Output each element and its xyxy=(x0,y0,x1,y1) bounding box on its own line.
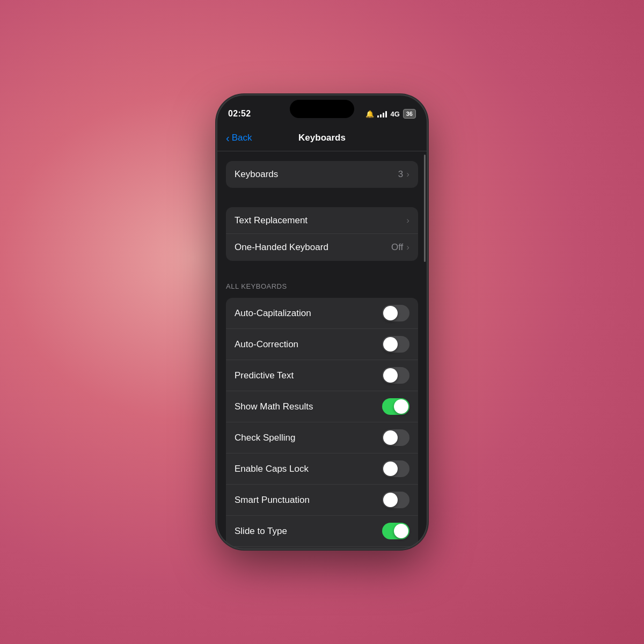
show-math-results-label: Show Math Results xyxy=(235,401,382,412)
page-title: Keyboards xyxy=(298,133,346,143)
check-spelling-label: Check Spelling xyxy=(235,433,382,443)
auto-capitalization-label: Auto-Capitalization xyxy=(235,308,382,319)
enable-caps-lock-label: Enable Caps Lock xyxy=(235,464,382,474)
signal-bar-4 xyxy=(385,111,387,118)
one-handed-value: Off xyxy=(391,242,403,253)
back-label: Back xyxy=(232,133,252,143)
status-right: 🔔 4G 36 xyxy=(365,109,416,119)
predictive-text-toggle[interactable] xyxy=(382,367,409,384)
check-spelling-row[interactable]: Check Spelling xyxy=(226,422,418,453)
all-keyboards-label: All Keyboards xyxy=(217,276,427,294)
predictive-text-knob xyxy=(383,368,398,383)
keyboards-group: Keyboards 3 › xyxy=(226,161,418,188)
slide-to-type-knob xyxy=(394,524,408,538)
slide-to-type-toggle[interactable] xyxy=(382,523,409,539)
smart-punctuation-label: Smart Punctuation xyxy=(235,495,382,506)
content-area[interactable]: Keyboards 3 › Text Replacement › One-Han… xyxy=(217,151,427,548)
auto-capitalization-knob xyxy=(383,306,398,320)
text-group: Text Replacement › One-Handed Keyboard O… xyxy=(226,207,418,261)
nav-bar: ‹ Back Keyboards xyxy=(217,125,427,151)
auto-capitalization-row[interactable]: Auto-Capitalization xyxy=(226,298,418,329)
check-spelling-toggle[interactable] xyxy=(382,429,409,446)
auto-correction-row[interactable]: Auto-Correction xyxy=(226,329,418,360)
show-math-results-row[interactable]: Show Math Results xyxy=(226,391,418,422)
slide-to-type-label: Slide to Type xyxy=(235,526,382,537)
text-replacement-label: Text Replacement xyxy=(235,215,406,226)
one-handed-chevron-icon: › xyxy=(406,242,409,253)
battery-level: 36 xyxy=(406,111,413,117)
signal-bar-1 xyxy=(377,115,379,118)
status-bar: 02:52 🔔 4G 36 xyxy=(217,96,427,125)
show-math-results-toggle[interactable] xyxy=(382,398,409,415)
auto-capitalization-toggle[interactable] xyxy=(382,305,409,321)
text-replacement-row[interactable]: Text Replacement › xyxy=(226,207,418,234)
show-math-results-knob xyxy=(394,399,408,414)
keyboards-row[interactable]: Keyboards 3 › xyxy=(226,161,418,188)
slide-to-type-row[interactable]: Slide to Type xyxy=(226,516,418,547)
predictive-text-label: Predictive Text xyxy=(235,370,382,381)
enable-caps-lock-row[interactable]: Enable Caps Lock xyxy=(226,453,418,485)
auto-correction-label: Auto-Correction xyxy=(235,339,382,350)
smart-punctuation-toggle[interactable] xyxy=(382,492,409,508)
scroll-indicator xyxy=(424,155,426,262)
status-time: 02:52 xyxy=(228,109,251,119)
auto-correction-knob xyxy=(383,337,398,352)
predictive-text-row[interactable]: Predictive Text xyxy=(226,360,418,391)
keyboards-label: Keyboards xyxy=(235,169,398,180)
delete-slide-row[interactable]: Delete Slide-to-Type by Word xyxy=(226,547,418,548)
toggles-group: Auto-Capitalization Auto-Correction Pred… xyxy=(226,298,418,548)
back-button[interactable]: ‹ Back xyxy=(226,133,252,143)
one-handed-row[interactable]: One-Handed Keyboard Off › xyxy=(226,234,418,261)
signal-bar-3 xyxy=(383,113,384,118)
keyboards-chevron-icon: › xyxy=(406,169,409,180)
network-label: 4G xyxy=(390,110,399,118)
smart-punctuation-knob xyxy=(383,493,398,507)
smart-punctuation-row[interactable]: Smart Punctuation xyxy=(226,485,418,516)
keyboards-count: 3 xyxy=(398,169,403,180)
signal-bar-2 xyxy=(380,114,382,118)
auto-correction-toggle[interactable] xyxy=(382,336,409,353)
signal-bars xyxy=(377,110,387,118)
check-spelling-knob xyxy=(383,430,398,445)
enable-caps-lock-knob xyxy=(383,462,398,476)
enable-caps-lock-toggle[interactable] xyxy=(382,460,409,477)
back-chevron-icon: ‹ xyxy=(226,133,230,143)
one-handed-label: One-Handed Keyboard xyxy=(235,242,391,253)
battery-indicator: 36 xyxy=(403,109,416,119)
mute-icon: 🔔 xyxy=(365,110,374,118)
dynamic-island xyxy=(290,100,354,118)
text-replacement-chevron-icon: › xyxy=(406,215,409,226)
phone-frame: 02:52 🔔 4G 36 ‹ Back Keyboards xyxy=(217,96,427,548)
